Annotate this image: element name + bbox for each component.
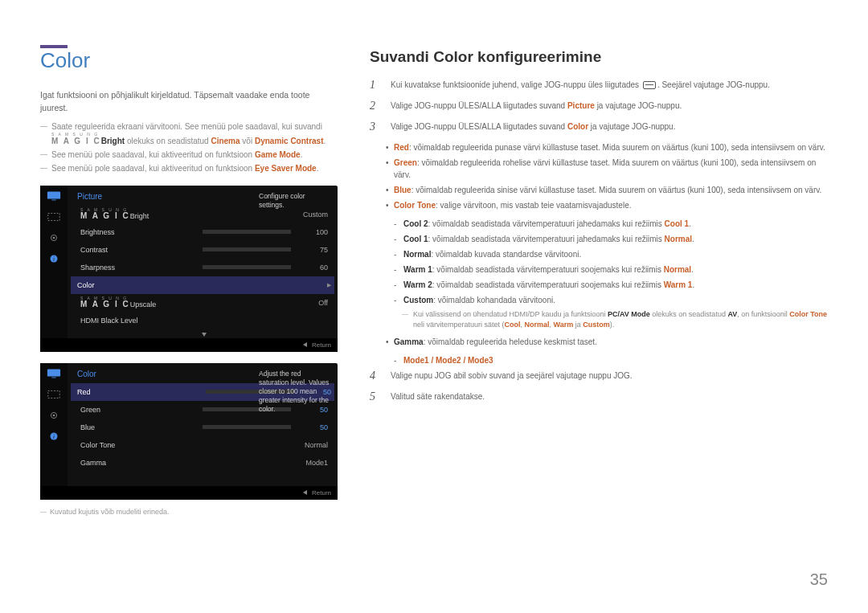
osd-row-brightness: Brightness100 xyxy=(77,223,331,241)
osd-color-hint: Adjust the red saturation level. Values … xyxy=(259,370,331,414)
osd-row-upscale: S A M S U N GM A G I CUpscaleOff xyxy=(77,294,331,312)
svg-rect-0 xyxy=(47,191,60,198)
dash-custom: Custom: võimaldab kohandada värvitooni. xyxy=(386,294,828,306)
osd-row-gamma: GammaMode1 xyxy=(77,454,331,472)
step-number: 2 xyxy=(370,100,383,112)
jog-icon xyxy=(643,81,656,89)
hdmi-note: Kui välissisend on ühendatud HDMI/DP kau… xyxy=(402,309,828,329)
svg-point-4 xyxy=(53,236,55,239)
monitor-icon xyxy=(47,368,61,379)
osd-row-sharpness: Sharpness60 xyxy=(77,259,331,276)
dash-gammamodes: Mode1 / Mode2 / Mode3 xyxy=(386,354,828,366)
note-gamemode: See menüü pole saadaval, kui aktiveeritu… xyxy=(40,149,338,161)
image-disclaimer: Kuvatud kujutis võib mudeliti erineda. xyxy=(40,508,338,516)
osd-row-colortone: Color ToneNormal xyxy=(77,436,331,454)
intro-text: Igat funktsiooni on põhjalikult kirjelda… xyxy=(40,89,338,115)
page-accent-bar xyxy=(40,45,68,48)
bullet-red: Red: võimaldab reguleerida punase värvi … xyxy=(386,141,828,153)
svg-rect-7 xyxy=(47,369,60,376)
svg-rect-1 xyxy=(51,199,55,200)
osd-color: i Color Red50 Green50 Blue50 Color ToneN… xyxy=(40,363,338,500)
step-number: 1 xyxy=(370,79,383,92)
dash-cool2: Cool 2: võimaldab seadistada värvitemper… xyxy=(386,218,828,230)
info-icon: i xyxy=(47,253,61,264)
osd-row-color: Color▶ xyxy=(71,276,334,294)
left-heading: Color xyxy=(40,48,338,73)
dash-warm2: Warm 2: võimaldab seadistada värvitemper… xyxy=(386,279,828,291)
return-label: Return xyxy=(312,341,331,349)
page-number: 35 xyxy=(810,570,828,589)
osd-row-hdmi: HDMI Black Level xyxy=(77,312,331,329)
step-5: 5 Valitud säte rakendatakse. xyxy=(370,390,828,403)
chevron-down-icon xyxy=(202,333,207,337)
back-icon xyxy=(303,342,307,347)
svg-text:i: i xyxy=(53,433,55,439)
svg-rect-9 xyxy=(48,390,59,398)
monitor-icon xyxy=(47,190,61,202)
back-icon xyxy=(303,490,307,495)
frame-icon xyxy=(47,389,61,400)
step-2: 2 Valige JOG-nuppu ÜLES/ALLA liigutades … xyxy=(370,100,828,112)
osd-picture: i Picture S A M S U N GM A G I CBrightCu… xyxy=(40,186,338,352)
svg-rect-2 xyxy=(48,213,59,220)
bullet-gamma: Gamma: võimaldab reguleerida heleduse ke… xyxy=(386,336,828,348)
osd-row-contrast: Contrast75 xyxy=(77,241,331,259)
info-icon: i xyxy=(47,431,61,442)
note-eyesaver: See menüü pole saadaval, kui aktiveeritu… xyxy=(40,163,338,174)
bullet-green: Green: võimaldab reguleerida rohelise vä… xyxy=(386,157,828,181)
dash-cool1: Cool 1: võimaldab seadistada värvitemper… xyxy=(386,233,828,245)
osd-sidebar: i xyxy=(40,186,68,338)
osd-picture-hint: Configure color settings. xyxy=(259,192,331,210)
step-number: 5 xyxy=(370,390,383,403)
dash-warm1: Warm 1: võimaldab seadistada värvitemper… xyxy=(386,264,828,276)
step-number: 4 xyxy=(370,370,383,382)
svg-text:i: i xyxy=(53,255,55,262)
step-1: 1 Kui kuvatakse funktsioonide juhend, va… xyxy=(370,79,828,92)
return-label: Return xyxy=(312,489,331,497)
osd-row-blue: Blue50 xyxy=(77,419,331,436)
note-bright: Saate reguleerida ekraani värvitooni. Se… xyxy=(40,121,338,147)
step-number: 3 xyxy=(370,121,383,133)
svg-point-11 xyxy=(53,414,55,416)
osd-sidebar: i xyxy=(40,363,68,486)
gear-icon xyxy=(47,232,61,243)
chevron-right-icon: ▶ xyxy=(327,282,331,288)
osd-footer: Return xyxy=(40,338,338,352)
dash-normal: Normal: võimaldab kuvada standardse värv… xyxy=(386,248,828,260)
right-heading: Suvandi Color konfigureerimine xyxy=(370,48,828,66)
step-3: 3 Valige JOG-nuppu ÜLES/ALLA liigutades … xyxy=(370,121,828,133)
frame-icon xyxy=(47,211,61,223)
osd-footer: Return xyxy=(40,486,338,500)
gear-icon xyxy=(47,410,61,421)
svg-rect-8 xyxy=(51,377,55,378)
bullet-blue: Blue: võimaldab reguleerida sinise värvi… xyxy=(386,184,828,196)
step-4: 4 Valige nupu JOG abil sobiv suvand ja s… xyxy=(370,370,828,382)
bullet-colortone: Color Tone: valige värvitoon, mis vastab… xyxy=(386,199,828,211)
